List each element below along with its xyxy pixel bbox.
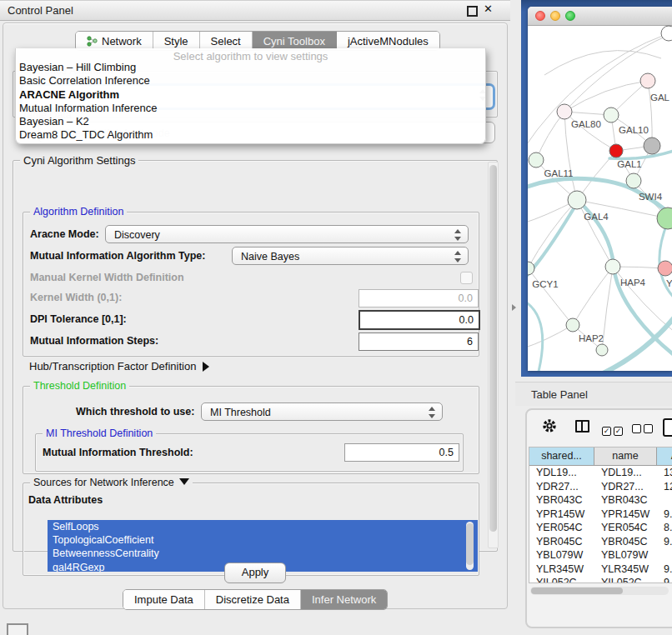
sources-group-label[interactable]: Sources for Network Inference <box>30 477 193 488</box>
algorithm-option[interactable]: Basic Correlation Inference <box>18 74 482 88</box>
network-edge[interactable] <box>528 325 573 348</box>
table-row[interactable]: YER054CYER054C8. <box>529 521 672 535</box>
apply-button[interactable]: Apply <box>224 562 286 583</box>
select-all-columns-icon[interactable]: ✓✓ <box>602 422 625 437</box>
network-canvas[interactable]: GALGAL80GAL10GAL1GAL11SWI4GAL4GCY1HAP4YH… <box>528 25 672 371</box>
table-cell: YDR27... <box>529 480 594 494</box>
network-edge[interactable] <box>528 268 573 325</box>
network-edge[interactable] <box>536 112 564 160</box>
table-row[interactable]: YPR145WYPR145W9. <box>529 508 672 522</box>
network-node-y[interactable] <box>658 261 672 276</box>
column-header[interactable]: A <box>657 448 672 466</box>
table-row[interactable]: YIL052CYIL052C9 <box>529 576 672 583</box>
settings-scrollbar-thumb[interactable] <box>489 165 497 532</box>
tab-discretize-data[interactable]: Discretize Data <box>205 590 301 609</box>
tab-infer-network[interactable]: Infer Network <box>301 590 387 609</box>
mac-close-icon[interactable] <box>535 11 545 21</box>
table-row[interactable]: YLR345WYLR345W9. <box>529 562 672 577</box>
network-edge[interactable] <box>564 81 648 112</box>
tab-network[interactable]: Network <box>76 32 153 50</box>
network-window[interactable]: GALGAL80GAL10GAL1GAL11SWI4GAL4GCY1HAP4YH… <box>528 7 672 371</box>
table-function-icon[interactable] <box>663 418 672 437</box>
network-window-titlebar[interactable] <box>528 7 672 26</box>
network-node-gal80[interactable] <box>557 104 572 119</box>
network-node-gal10[interactable] <box>604 108 619 122</box>
algorithm-option[interactable]: Dream8 DC_TDC Algorithm <box>18 128 482 142</box>
mac-zoom-icon[interactable] <box>565 11 575 21</box>
tab-jactivemnodules[interactable]: jActiveMNodules <box>337 32 439 50</box>
mi-steps-field[interactable]: 6 <box>359 332 479 351</box>
network-node-gcy1[interactable] <box>528 262 534 275</box>
network-edge[interactable] <box>648 81 652 146</box>
network-edge[interactable] <box>573 267 613 325</box>
node-table[interactable]: shared...nameA YDL19...YDL19...13YDR27..… <box>529 447 672 583</box>
settings-scrollbar[interactable] <box>488 162 499 548</box>
table-cell: YDL19... <box>594 466 657 480</box>
network-node-gal11[interactable] <box>529 152 544 168</box>
unselect-all-columns-icon[interactable] <box>632 422 655 437</box>
tab-select[interactable]: Select <box>200 32 253 50</box>
aracne-mode-combobox[interactable]: Discovery <box>105 225 469 243</box>
network-node-gal[interactable] <box>640 73 655 88</box>
network-edge[interactable] <box>577 200 613 267</box>
tab-label: Discretize Data <box>216 593 289 606</box>
gear-icon[interactable] <box>542 418 557 433</box>
network-edge-highlighted[interactable] <box>528 202 578 280</box>
hub-definition-expander[interactable]: Hub/Transcription Factor Definition <box>29 360 209 372</box>
attribute-list-item[interactable]: TopologicalCoefficient <box>48 533 478 547</box>
mi-type-combobox[interactable]: Naive Bayes <box>232 247 469 265</box>
network-node-hap4[interactable] <box>605 259 620 274</box>
network-edge[interactable] <box>528 200 577 268</box>
table-row[interactable]: YDR27...YDR27...12 <box>529 480 672 494</box>
network-node-label: HAP2 <box>579 333 604 343</box>
combo-arrows-icon <box>429 407 435 418</box>
kernel-width-label: Kernel Width (0,1): <box>30 292 122 303</box>
network-node[interactable] <box>596 344 608 356</box>
network-node-swi4[interactable] <box>626 173 641 188</box>
close-icon[interactable]: ✕ <box>484 2 493 15</box>
algorithm-option[interactable]: ARACNE Algorithm <box>18 88 482 102</box>
attributes-scrollbar[interactable] <box>466 522 474 570</box>
network-node[interactable] <box>657 208 672 229</box>
dpi-tolerance-field[interactable]: 0.0 <box>359 310 480 330</box>
attributes-scrollbar-thumb[interactable] <box>466 523 474 565</box>
aracne-mode-value: Discovery <box>114 229 160 241</box>
column-header[interactable]: shared... <box>529 448 594 466</box>
panel-divider-handle[interactable] <box>512 304 516 311</box>
kernel-width-field[interactable]: 0.0 <box>359 289 479 308</box>
tab-style[interactable]: Style <box>153 32 200 50</box>
tab-label: jActiveMNodules <box>348 35 429 48</box>
network-node[interactable] <box>644 138 660 154</box>
column-header[interactable]: name <box>594 448 657 466</box>
aracne-mode-label: Aracne Mode: <box>30 228 99 240</box>
mac-minimize-icon[interactable] <box>550 11 560 21</box>
which-threshold-combobox[interactable]: MI Threshold <box>201 402 443 421</box>
algorithm-option[interactable]: Bayesian – K2 <box>18 115 482 128</box>
network-edge-highlighted[interactable] <box>528 300 543 371</box>
table-row[interactable]: YBR045CYBR045C9. <box>529 535 672 549</box>
tab-impute-data[interactable]: Impute Data <box>123 590 205 609</box>
algorithm-option[interactable]: Mutual Information Inference <box>18 102 482 115</box>
algorithm-option[interactable]: Bayesian – Hill Climbing <box>18 61 482 74</box>
table-row[interactable]: YBR043CYBR043C <box>529 493 672 508</box>
tab-cyni-toolbox[interactable]: Cyni Toolbox <box>253 32 337 50</box>
threshold-definition-group: Threshold Definition Which threshold to … <box>23 386 479 474</box>
table-row[interactable]: YBL079WYBL079W <box>529 548 672 562</box>
table-hscrollbar[interactable] <box>530 587 669 595</box>
mi-threshold-field[interactable]: 0.5 <box>344 443 459 462</box>
minimized-panel-icon[interactable] <box>7 623 28 635</box>
manual-kernel-checkbox[interactable] <box>460 272 473 284</box>
attribute-list-item[interactable]: BetweennessCentrality <box>48 547 478 560</box>
table-hscrollbar-thumb[interactable] <box>531 588 623 594</box>
network-edge[interactable] <box>544 51 661 75</box>
attribute-list-item[interactable]: SelfLoops <box>48 520 478 533</box>
network-view-frame: GALGAL80GAL10GAL1GAL11SWI4GAL4GCY1HAP4YH… <box>521 0 672 377</box>
network-node-label: GAL <box>650 92 670 102</box>
network-node-gal4[interactable] <box>568 191 586 209</box>
network-node-hap2[interactable] <box>566 318 579 332</box>
column-browser-icon[interactable] <box>575 420 589 432</box>
float-window-icon[interactable] <box>467 6 478 17</box>
table-row[interactable]: YDL19...YDL19...13 <box>529 466 672 480</box>
network-node[interactable] <box>661 26 672 41</box>
network-node-gal1[interactable] <box>609 144 623 158</box>
